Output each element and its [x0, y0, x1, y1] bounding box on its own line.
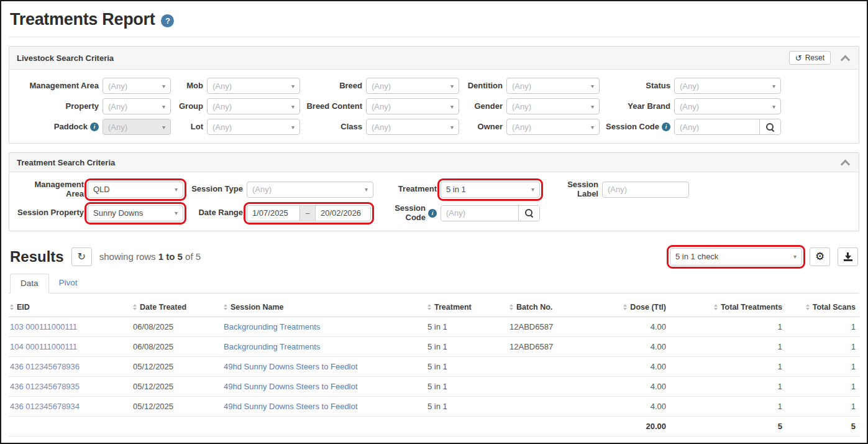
info-icon[interactable]: i: [428, 209, 437, 218]
info-icon[interactable]: i: [90, 123, 99, 131]
tab-data[interactable]: Data: [10, 274, 49, 294]
help-icon[interactable]: ?: [161, 14, 174, 27]
lot-label: Lot: [191, 123, 203, 132]
chevron-down-icon: ▾: [365, 186, 368, 193]
field-treatment-session-code: Session Code i: [380, 204, 540, 223]
table-row: 436 012345678935 05/12/2025 49hd Sunny D…: [9, 376, 859, 396]
session-type-select[interactable]: (Any) ▾: [247, 182, 373, 198]
livestock-panel-body: Management Area (Any) ▾ Mob (Any) ▾ Bree…: [9, 70, 859, 143]
column-header-total-scans[interactable]: Total Scans: [786, 295, 859, 317]
eid-link[interactable]: 436 012345678935: [10, 382, 80, 391]
chevron-down-icon: ▾: [450, 83, 454, 90]
breed-content-select[interactable]: (Any) ▾: [366, 98, 459, 114]
session-name-link[interactable]: Backgrounding Treatments: [224, 322, 320, 331]
column-header-eid[interactable]: EID: [9, 295, 132, 317]
treatment-panel-header: Treatment Search Criteria: [9, 153, 859, 172]
saved-report-value: 5 in 1 check: [675, 252, 718, 261]
breed-select[interactable]: (Any) ▾: [366, 78, 459, 94]
eid-link[interactable]: 436 012345678936: [10, 362, 80, 371]
treatment-session-code-search-button[interactable]: [518, 206, 539, 221]
treatment-session-code-input[interactable]: [441, 206, 518, 221]
owner-select[interactable]: (Any) ▾: [506, 119, 600, 135]
reset-icon: ↺: [795, 54, 802, 62]
sort-icon: [133, 304, 137, 310]
date-from-input[interactable]: [247, 206, 299, 221]
session-label-input[interactable]: [602, 182, 689, 198]
treatment-cell: 5 in 1: [426, 396, 508, 416]
treatment-cell: 5 in 1: [426, 317, 508, 336]
eid-link[interactable]: 104 000111000111: [10, 342, 77, 351]
batch-no-cell: 12ABD6587: [508, 336, 601, 356]
status-select[interactable]: (Any) ▾: [674, 78, 781, 94]
treatments-report-page: Treatments Report ? Livestock Search Cri…: [1, 1, 867, 444]
total-scans-cell: 1: [786, 396, 859, 416]
eid-link[interactable]: 103 000111000111: [10, 322, 77, 331]
session-name-link[interactable]: Backgrounding Treatments: [224, 342, 320, 351]
gender-select[interactable]: (Any) ▾: [506, 98, 600, 114]
management-area-select[interactable]: (Any) ▾: [103, 78, 171, 94]
session-name-link[interactable]: 49hd Sunny Downs Steers to Feedlot: [224, 362, 357, 371]
date-treated-cell: 05/12/2025: [132, 376, 222, 396]
field-session-label: Session Label: [546, 180, 689, 199]
treatment-select[interactable]: 5 in 1 ▾: [441, 182, 540, 198]
group-value: (Any): [212, 102, 232, 111]
settings-button[interactable]: ⚙: [810, 247, 830, 266]
chevron-down-icon: ▾: [291, 83, 295, 90]
eid-link[interactable]: 436 012345678934: [10, 402, 80, 411]
column-header-session-name[interactable]: Session Name: [222, 295, 426, 317]
total-treatments-cell: 1: [670, 317, 786, 336]
reset-button[interactable]: ↺ Reset: [789, 51, 831, 65]
property-select[interactable]: (Any) ▾: [103, 98, 171, 114]
dose-total: 20.00: [601, 416, 670, 436]
field-mob: Mob (Any) ▾: [177, 78, 300, 94]
treatment-collapse-button[interactable]: [839, 158, 851, 167]
refresh-button[interactable]: ↻: [71, 247, 92, 266]
session-code-search-button[interactable]: [759, 119, 780, 134]
date-range-group: –: [247, 205, 371, 221]
session-name-link[interactable]: 49hd Sunny Downs Steers to Feedlot: [224, 402, 357, 411]
column-header-treatment[interactable]: Treatment: [426, 295, 508, 317]
session-code-input[interactable]: [675, 119, 759, 134]
gender-label: Gender: [474, 102, 503, 111]
treatment-session-code-label: Session Code: [380, 204, 426, 223]
year-brand-select[interactable]: (Any) ▾: [674, 98, 781, 114]
table-row: 104 000111000111 06/08/2025 Backgroundin…: [9, 336, 859, 356]
breed-value: (Any): [372, 81, 391, 91]
tab-pivot[interactable]: Pivot: [49, 274, 88, 293]
column-header-date-treated[interactable]: Date Treated: [132, 295, 222, 317]
results-heading: Results: [10, 248, 64, 266]
field-breed: Breed (Any) ▾: [306, 78, 459, 94]
group-select[interactable]: (Any) ▾: [207, 98, 300, 114]
field-management-area: Management Area (Any) ▾: [17, 78, 171, 94]
status-value: (Any): [680, 81, 699, 91]
info-icon[interactable]: i: [662, 123, 670, 131]
breed-content-label: Breed Content: [306, 102, 362, 111]
table-row: 436 012345678936 05/12/2025 49hd Sunny D…: [9, 356, 859, 376]
field-class: Class (Any) ▾: [306, 119, 459, 135]
total-treatments-cell: 1: [670, 356, 786, 376]
column-header-dose-ttl[interactable]: Dose (Ttl): [601, 295, 670, 317]
field-session-property: Session Property Sunny Downs ▾: [17, 204, 183, 223]
class-select[interactable]: (Any) ▾: [366, 119, 459, 135]
dentition-select[interactable]: (Any) ▾: [506, 78, 600, 94]
column-header-batch-no[interactable]: Batch No.: [508, 295, 601, 317]
session-name-link[interactable]: 49hd Sunny Downs Steers to Feedlot: [224, 382, 357, 391]
mob-select[interactable]: (Any) ▾: [207, 78, 300, 94]
mob-value: (Any): [212, 81, 232, 91]
treatments-total: 5: [670, 416, 786, 436]
property-value: (Any): [108, 102, 127, 111]
table-footer-text: Showing rows 1 to 5 of 5: [9, 437, 859, 444]
livestock-collapse-button[interactable]: [839, 53, 851, 63]
sort-icon: [714, 304, 718, 310]
treatment-management-area-select[interactable]: QLD ▾: [88, 182, 183, 198]
lot-select[interactable]: (Any) ▾: [207, 119, 300, 135]
session-property-select[interactable]: Sunny Downs ▾: [88, 205, 183, 221]
date-to-input[interactable]: [316, 206, 370, 221]
results-table: EID Date Treated Session Name Treatment …: [9, 295, 859, 437]
showing-rows-text: showing rows 1 to 5 of 5: [99, 251, 201, 262]
saved-report-select[interactable]: 5 in 1 check ▾: [670, 248, 802, 266]
gender-value: (Any): [512, 102, 531, 111]
table-row: 103 000111000111 06/08/2025 Backgroundin…: [9, 317, 859, 336]
download-button[interactable]: [838, 247, 858, 266]
column-header-total-treatments[interactable]: Total Treatments: [670, 295, 786, 317]
